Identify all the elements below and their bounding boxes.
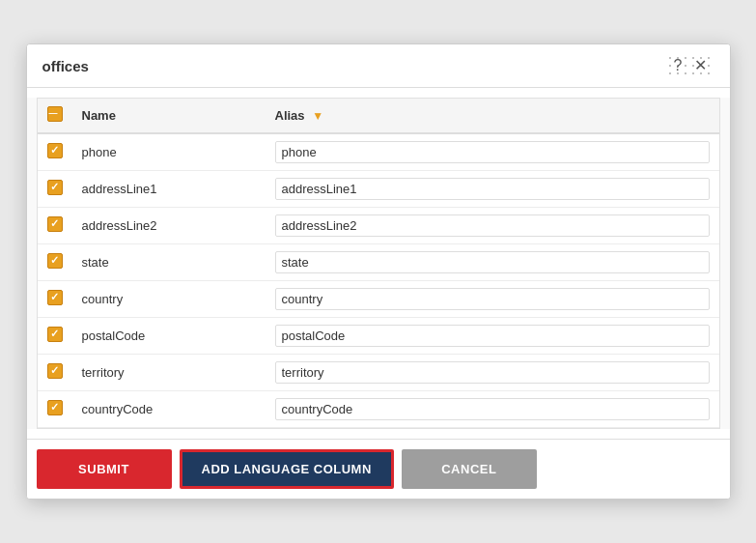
table-row: postalCode xyxy=(38,318,719,355)
row-checkbox-cell xyxy=(38,133,72,171)
dialog-title: offices xyxy=(42,58,89,74)
close-icon[interactable]: ✕ xyxy=(694,58,707,73)
alias-header-label: Alias xyxy=(275,108,305,123)
row-checkbox[interactable] xyxy=(47,363,63,379)
table-body: phoneaddressLine1addressLine2statecountr… xyxy=(38,133,719,428)
row-alias xyxy=(266,244,719,281)
row-checkbox[interactable] xyxy=(47,253,63,269)
table-row: country xyxy=(38,281,719,318)
alias-input[interactable] xyxy=(275,325,710,347)
table-row: countryCode xyxy=(38,391,719,428)
alias-input[interactable] xyxy=(275,398,710,420)
header-icons-area: ? ✕ xyxy=(666,54,714,77)
select-all-checkbox[interactable] xyxy=(47,106,63,122)
table-row: addressLine1 xyxy=(38,171,719,208)
help-icon[interactable]: ? xyxy=(674,58,683,73)
add-language-column-button[interactable]: ADD LANGUAGE COLUMN xyxy=(180,449,394,489)
alias-input[interactable] xyxy=(275,141,710,163)
table-row: addressLine2 xyxy=(38,208,719,244)
row-alias xyxy=(266,208,719,244)
row-checkbox-cell xyxy=(38,391,72,428)
row-checkbox[interactable] xyxy=(47,143,63,158)
table-header-row: Name Alias ▼ xyxy=(38,99,719,133)
dialog-header: offices ? ✕ xyxy=(27,44,730,88)
row-checkbox-cell xyxy=(38,244,72,281)
row-name: state xyxy=(72,244,266,281)
dialog-footer: SUBMIT ADD LANGUAGE COLUMN CANCEL xyxy=(27,439,730,499)
row-alias xyxy=(266,355,719,391)
row-checkbox[interactable] xyxy=(47,180,63,195)
dialog-body: Name Alias ▼ phoneaddressLine1addressLin… xyxy=(27,98,730,429)
dialog: offices ? ✕ Name Alias xyxy=(26,43,731,500)
name-header-label: Name xyxy=(82,108,116,123)
row-name: territory xyxy=(72,355,266,391)
row-alias xyxy=(266,281,719,318)
row-checkbox[interactable] xyxy=(47,400,63,415)
row-name: addressLine2 xyxy=(72,208,266,244)
row-alias xyxy=(266,171,719,208)
row-name: phone xyxy=(72,133,266,171)
row-alias xyxy=(266,133,719,171)
row-alias xyxy=(266,391,719,428)
row-checkbox-cell xyxy=(38,318,72,355)
table-row: phone xyxy=(38,133,719,171)
row-checkbox[interactable] xyxy=(47,290,63,305)
th-alias: Alias ▼ xyxy=(266,99,719,133)
alias-input[interactable] xyxy=(275,361,710,384)
row-checkbox[interactable] xyxy=(47,216,63,232)
alias-input[interactable] xyxy=(275,178,710,200)
alias-input[interactable] xyxy=(275,251,710,273)
row-checkbox-cell xyxy=(38,355,72,391)
alias-input[interactable] xyxy=(275,214,710,237)
cancel-button[interactable]: CANCEL xyxy=(402,449,537,489)
submit-button[interactable]: SUBMIT xyxy=(37,449,172,489)
row-name: country xyxy=(72,281,266,318)
alias-input[interactable] xyxy=(275,288,710,310)
alias-filter-icon[interactable]: ▼ xyxy=(312,109,323,123)
th-checkbox xyxy=(38,99,72,133)
row-name: addressLine1 xyxy=(72,171,266,208)
row-checkbox-cell xyxy=(38,171,72,208)
th-name: Name xyxy=(72,99,266,133)
table-row: territory xyxy=(38,355,719,391)
row-checkbox-cell xyxy=(38,208,72,244)
row-name: postalCode xyxy=(72,318,266,355)
table-row: state xyxy=(38,244,719,281)
columns-table: Name Alias ▼ phoneaddressLine1addressLin… xyxy=(38,99,719,428)
row-checkbox[interactable] xyxy=(47,327,63,342)
row-checkbox-cell xyxy=(38,281,72,318)
table-container: Name Alias ▼ phoneaddressLine1addressLin… xyxy=(37,98,720,429)
row-alias xyxy=(266,318,719,355)
row-name: countryCode xyxy=(72,391,266,428)
